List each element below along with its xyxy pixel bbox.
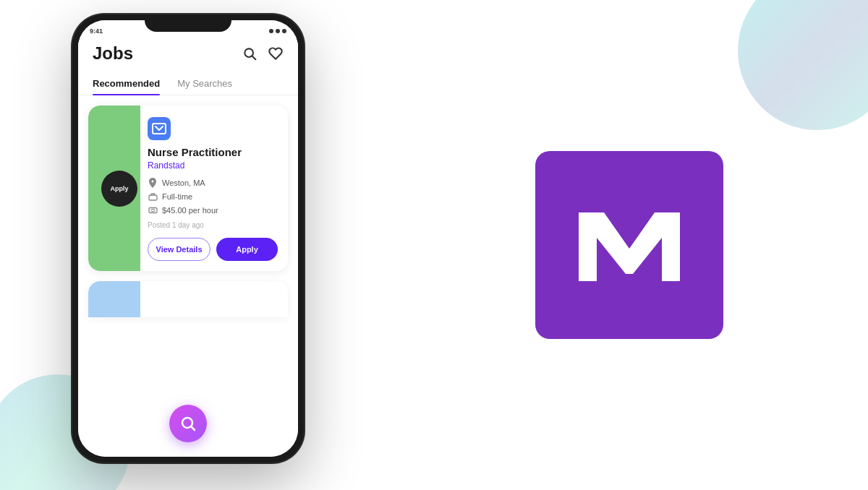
tab-recommended[interactable]: Recommended bbox=[93, 71, 160, 95]
signal-icon bbox=[269, 29, 273, 33]
apply-circle-label: Apply bbox=[110, 185, 128, 192]
bg-decoration-top-right bbox=[738, 0, 868, 130]
search-fab-button[interactable] bbox=[169, 405, 207, 442]
card-action-buttons: View Details Apply bbox=[148, 238, 278, 261]
phone-mockup: 9:41 Jobs bbox=[72, 14, 318, 477]
tab-my-searches[interactable]: My Searches bbox=[177, 71, 232, 95]
company-logo bbox=[148, 117, 171, 140]
logo-m-icon bbox=[571, 198, 687, 292]
apply-button[interactable]: Apply bbox=[216, 238, 278, 261]
card-peek-accent bbox=[88, 281, 140, 317]
svg-rect-5 bbox=[151, 210, 155, 212]
svg-rect-2 bbox=[153, 124, 166, 134]
posted-date: Posted 1 day ago bbox=[148, 221, 278, 229]
brand-logo-container bbox=[535, 151, 723, 339]
status-bar: 9:41 bbox=[78, 25, 298, 38]
location-icon bbox=[148, 178, 158, 188]
location-detail: Weston, MA bbox=[148, 178, 278, 188]
heart-icon bbox=[268, 46, 283, 61]
search-button[interactable] bbox=[242, 46, 258, 61]
header-icons bbox=[242, 46, 284, 61]
briefcase-icon bbox=[148, 192, 158, 202]
job-type-text: Full-time bbox=[162, 192, 192, 201]
svg-line-1 bbox=[252, 56, 256, 60]
svg-rect-4 bbox=[149, 208, 157, 213]
view-details-button[interactable]: View Details bbox=[148, 238, 210, 261]
phone-frame: 9:41 Jobs bbox=[72, 14, 304, 463]
pay-icon bbox=[148, 205, 158, 215]
tabs-container: Recommended My Searches bbox=[78, 71, 298, 95]
company-logo-icon bbox=[152, 123, 166, 134]
favorites-button[interactable] bbox=[268, 46, 284, 61]
phone-screen: 9:41 Jobs bbox=[78, 20, 298, 457]
screen-content: 9:41 Jobs bbox=[78, 20, 298, 457]
wifi-icon bbox=[276, 29, 280, 33]
pay-text: $45.00 per hour bbox=[162, 206, 218, 215]
company-name: Randstad bbox=[148, 160, 278, 171]
status-icons bbox=[269, 29, 286, 33]
search-fab-icon bbox=[179, 415, 197, 432]
page-title: Jobs bbox=[93, 43, 133, 64]
apply-circle-button[interactable]: Apply bbox=[101, 171, 137, 207]
search-icon bbox=[242, 46, 257, 61]
job-type-detail: Full-time bbox=[148, 192, 278, 202]
pay-detail: $45.00 per hour bbox=[148, 205, 278, 215]
location-text: Weston, MA bbox=[162, 179, 205, 187]
job-title: Nurse Practitioner bbox=[148, 146, 278, 158]
battery-icon bbox=[282, 29, 286, 33]
job-card-peek bbox=[88, 281, 288, 317]
svg-line-7 bbox=[192, 427, 195, 431]
logo-box bbox=[535, 151, 723, 339]
job-card: Apply Nurse Practitioner Randstad bbox=[88, 106, 288, 271]
status-time: 9:41 bbox=[90, 27, 103, 35]
svg-rect-3 bbox=[149, 195, 157, 200]
